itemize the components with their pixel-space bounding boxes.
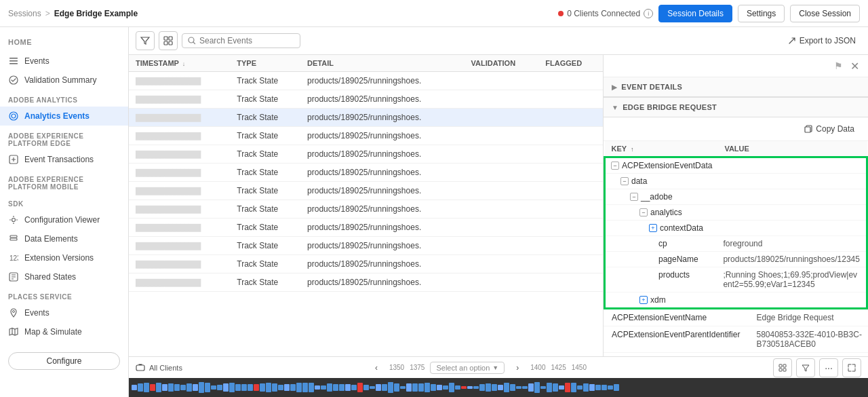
table-row[interactable]: ████████████████ Track State products/18… [129,273,603,292]
kv-tree-row[interactable]: − __adobe [605,189,867,205]
kv-tree-row[interactable]: + xdm [605,292,867,309]
sidebar-item-analytics-events[interactable]: Analytics Events [0,107,128,126]
col-flagged[interactable]: FLAGGED [538,55,603,72]
sidebar-item-validation-summary[interactable]: Validation Summary [0,71,128,90]
table-row[interactable]: ████████████████ Track State products/18… [129,109,603,127]
timeline-segment [357,383,363,392]
filter-button[interactable] [136,31,155,50]
settings-button[interactable]: Settings [738,5,785,22]
grid-view-button[interactable] [773,358,792,377]
timeline-segment [254,384,259,390]
close-session-button[interactable]: Close Session [790,5,860,22]
timeline-prev-button[interactable]: ‹ [369,360,384,375]
collapse-minus-btn[interactable]: − [620,177,629,185]
kv-value-cell [717,205,867,221]
timeline-segment [577,385,583,389]
copy-data-topbar: Copy Data [604,117,868,141]
bottom-filter-button[interactable] [796,358,815,377]
timeline-segment [498,385,503,391]
sidebar-item-configuration-viewer[interactable]: Configuration Viewer [0,210,128,229]
close-detail-button[interactable]: ✕ [846,58,863,74]
type-cell: Track State [230,127,300,145]
table-row[interactable]: ████████████████ Track State products/18… [129,72,603,90]
col-timestamp[interactable]: TIMESTAMP ↓ [129,55,230,72]
table-row[interactable]: ████████████████ Track State products/18… [129,219,603,237]
configure-button[interactable]: Configure [8,352,120,370]
validation-cell [464,109,538,127]
event-details-header[interactable]: ▶ Event Details [604,77,868,97]
collapse-minus-btn[interactable]: − [630,193,638,201]
edge-bridge-content: Copy Data KEY ↑ [604,117,868,356]
export-json-button[interactable]: Export to JSON [783,33,861,48]
timeline-segment [150,384,155,392]
table-row[interactable]: ████████████████ Track State products/18… [129,237,603,255]
svg-point-12 [13,311,15,313]
kv-tree-row[interactable]: pageName products/189025/runningshoes/12… [605,252,867,267]
copy-data-button[interactable]: Copy Data [799,121,860,136]
kv-tree-row[interactable]: − ACPExtensionEventData [605,157,867,174]
config-icon [8,214,19,225]
timeline-segment [486,383,491,391]
copy-icon [804,125,812,133]
kv-tree-row[interactable]: products ;Running Shoes;1;69.95;prodView… [605,267,867,292]
table-row[interactable]: ████████████████ Track State products/18… [129,127,603,145]
table-row[interactable]: ████████████████ Track State products/18… [129,200,603,219]
timeline-segment [388,382,393,393]
timeline-segment [437,385,442,391]
timeline-segment [608,385,613,390]
validation-cell [464,127,538,145]
table-row[interactable]: ████████████████ Track State products/18… [129,182,603,200]
edge-bridge-header[interactable]: ▼ Edge Bridge Request [604,98,868,117]
kv-tree-row[interactable]: − analytics [605,205,867,221]
search-input[interactable] [199,36,294,45]
export-icon [788,37,796,45]
table-row[interactable]: ████████████████ Track State products/18… [129,145,603,164]
flat-kv-table: ACPExtensionEventName Edge Bridge Reques… [604,309,868,356]
kv-tree-row[interactable]: + contextData [605,221,867,236]
kv-key-cell: − ACPExtensionEventData [605,157,718,174]
select-option-dropdown[interactable]: Select an option ▼ [430,362,505,374]
detail-cell: products/189025/runningshoes. [300,127,464,145]
kv-tree-row[interactable]: − data [605,174,867,189]
event-details-toggle: ▶ [612,83,617,91]
list-icon [8,56,19,67]
col-type[interactable]: TYPE [230,55,300,72]
col-detail[interactable]: DETAIL [300,55,464,72]
sidebar-item-map-simulate[interactable]: Map & Simulate [0,322,128,341]
collapse-minus-btn[interactable]: − [639,208,648,216]
flat-kv-row[interactable]: ACPExtensionEventParentIdentifier 580408… [604,326,868,353]
sidebar-item-data-elements[interactable]: Data Elements [0,229,128,248]
flagged-cell [538,182,603,200]
sidebar-item-extension-versions[interactable]: 123 Extension Versions [0,248,128,267]
validation-icon [8,75,19,86]
info-icon[interactable]: i [644,9,653,18]
sidebar-item-places-events[interactable]: Events [0,303,128,322]
sidebar-event-transactions-label: Event Transactions [24,155,94,164]
flagged-cell [538,90,603,109]
timeline-next-button[interactable]: › [510,360,525,375]
flag-button[interactable]: ⚑ [830,58,846,74]
flagged-cell [538,200,603,219]
col-validation[interactable]: VALIDATION [464,55,538,72]
collapse-plus-btn[interactable]: + [649,224,657,232]
timeline-segment [559,385,564,390]
layout-button[interactable] [159,31,178,50]
expand-button[interactable] [842,358,861,377]
more-button[interactable]: ··· [819,358,838,377]
table-row[interactable]: ████████████████ Track State products/18… [129,255,603,273]
collapse-minus-btn[interactable]: − [611,162,619,170]
session-details-button[interactable]: Session Details [658,5,732,22]
sidebar-item-shared-states[interactable]: Shared States [0,267,128,286]
search-icon [188,37,196,45]
table-row[interactable]: ████████████████ Track State products/18… [129,164,603,182]
flat-kv-row[interactable]: ACPExtensionEventName Edge Bridge Reques… [604,309,868,326]
timeline-segment [455,385,460,390]
collapse-plus-btn[interactable]: + [639,296,648,304]
timeline-segment [248,384,253,390]
sidebar-item-event-transactions[interactable]: Event Transactions [0,150,128,169]
sidebar-config-label: Configuration Viewer [24,215,100,225]
sidebar-item-events[interactable]: Events [0,52,128,71]
breadcrumb-parent[interactable]: Sessions [8,9,41,18]
table-row[interactable]: ████████████████ Track State products/18… [129,90,603,109]
kv-tree-row[interactable]: cp foreground [605,236,867,252]
